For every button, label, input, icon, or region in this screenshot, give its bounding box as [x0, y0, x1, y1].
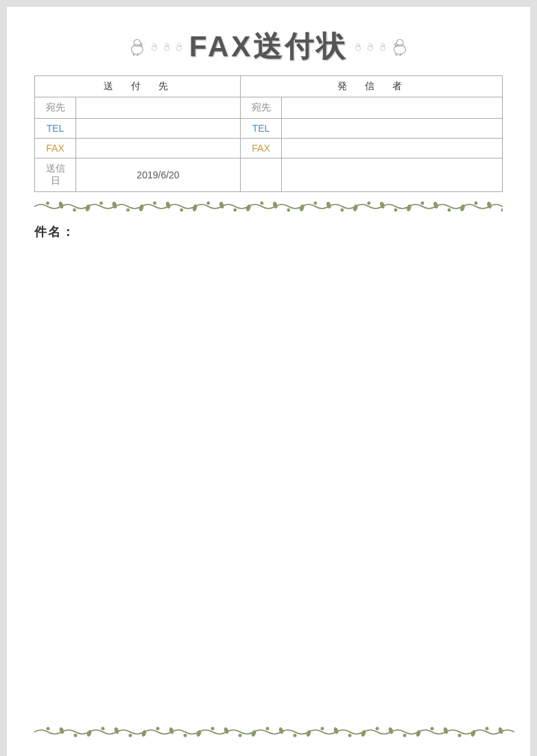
svg-point-32 — [475, 202, 478, 205]
svg-point-24 — [260, 202, 263, 205]
svg-point-63 — [376, 727, 379, 731]
vine-svg-bottom — [34, 724, 514, 740]
left-value-tel — [76, 119, 241, 139]
right-label-addressee: 宛先 — [241, 97, 282, 119]
right-value-fax — [282, 139, 503, 158]
right-label-fax: FAX — [241, 139, 282, 158]
duck-small-4 — [353, 42, 363, 51]
left-section-header: 送 付 先 — [35, 76, 241, 97]
svg-point-30 — [420, 202, 424, 205]
svg-point-59 — [266, 727, 270, 731]
left-label-addressee: 宛先 — [35, 97, 76, 119]
svg-point-16 — [46, 202, 49, 205]
svg-point-2 — [152, 46, 157, 50]
right-value-tel — [282, 119, 503, 139]
right-value-date — [282, 158, 503, 192]
svg-point-62 — [348, 734, 352, 737]
info-table: 送 付 先 発 信 者 宛先 宛先 TEL TEL FAX — [34, 75, 503, 192]
page-title: FAX送付状 — [189, 27, 348, 66]
svg-point-53 — [102, 727, 105, 731]
svg-point-33 — [501, 209, 503, 212]
svg-point-31 — [448, 209, 451, 212]
svg-point-54 — [129, 734, 132, 737]
left-label-fax: FAX — [35, 139, 76, 158]
svg-point-51 — [47, 727, 50, 731]
right-duck-group — [353, 37, 409, 56]
svg-point-61 — [321, 727, 324, 731]
table-row-date: 送信日 2019/6/20 — [35, 158, 503, 192]
duck-small-2 — [162, 42, 171, 51]
left-label-date: 送信日 — [35, 158, 76, 192]
svg-point-10 — [368, 46, 373, 50]
svg-point-28 — [367, 202, 370, 205]
svg-point-18 — [99, 202, 103, 205]
svg-point-20 — [153, 202, 156, 205]
duck-small-6 — [378, 42, 387, 51]
vine-svg-top — [34, 199, 503, 214]
svg-point-58 — [239, 734, 242, 737]
subject-line: 件名： — [34, 224, 503, 240]
svg-point-67 — [486, 727, 489, 731]
svg-point-27 — [340, 209, 344, 212]
right-section-header: 発 信 者 — [241, 76, 503, 97]
svg-point-60 — [294, 734, 297, 737]
svg-point-6 — [176, 46, 182, 50]
svg-point-21 — [180, 209, 183, 212]
svg-point-52 — [74, 734, 77, 737]
svg-point-26 — [313, 202, 317, 205]
duck-small-3 — [174, 42, 184, 51]
right-label-tel: TEL — [241, 119, 282, 139]
svg-point-4 — [164, 46, 169, 50]
page: FAX送付状 — [7, 7, 530, 756]
left-value-date: 2019/6/20 — [76, 158, 241, 192]
svg-point-55 — [156, 727, 160, 731]
right-value-addressee — [282, 97, 503, 119]
svg-point-66 — [458, 734, 462, 737]
page-header: FAX送付状 — [34, 27, 503, 66]
right-label-date — [241, 158, 282, 192]
left-value-fax — [76, 139, 241, 158]
left-duck-group — [128, 37, 184, 56]
svg-point-19 — [126, 209, 130, 212]
duck-large-left — [128, 37, 147, 56]
svg-point-1 — [134, 40, 141, 47]
svg-point-22 — [206, 202, 210, 205]
body-area — [34, 254, 503, 597]
duck-large-right — [390, 37, 409, 56]
svg-point-23 — [233, 209, 237, 212]
svg-point-57 — [211, 727, 215, 731]
vine-divider-bottom — [34, 724, 503, 742]
svg-point-29 — [394, 209, 397, 212]
left-label-tel: TEL — [35, 119, 76, 139]
svg-point-25 — [287, 209, 290, 212]
svg-point-64 — [403, 734, 407, 737]
svg-point-56 — [184, 734, 187, 737]
table-row-addressee: 宛先 宛先 — [35, 97, 503, 119]
vine-divider-top — [34, 199, 503, 214]
svg-point-8 — [355, 46, 361, 50]
table-row-tel: TEL TEL — [35, 119, 503, 139]
duck-small-1 — [150, 42, 159, 51]
duck-small-5 — [366, 42, 375, 51]
svg-point-12 — [380, 46, 385, 50]
svg-point-65 — [431, 727, 434, 731]
left-value-addressee — [76, 97, 241, 119]
svg-point-17 — [73, 209, 76, 212]
svg-point-15 — [396, 40, 403, 47]
table-row-fax: FAX FAX — [35, 139, 503, 158]
